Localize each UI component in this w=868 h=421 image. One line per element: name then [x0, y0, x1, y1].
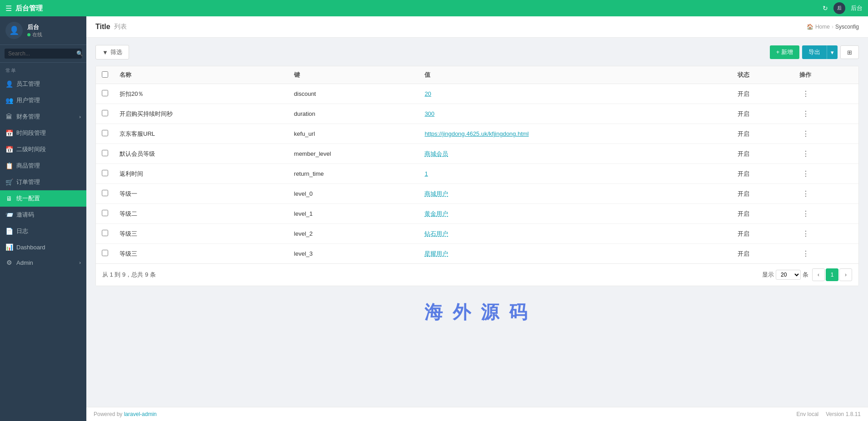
- page-1-button[interactable]: 1: [826, 268, 838, 281]
- cell-key: level_1: [289, 204, 419, 224]
- footer-right: Env local Version 1.8.11: [797, 411, 861, 417]
- table-row: 京东客服URLkefu_urlhttps://jingdong.4625.uk/…: [96, 124, 858, 144]
- prev-page-button[interactable]: ‹: [812, 268, 825, 281]
- sidebar-item-invites[interactable]: 📨 邀请码: [0, 207, 86, 223]
- row-actions-button[interactable]: ⋮: [799, 129, 812, 139]
- row-actions-button[interactable]: ⋮: [799, 149, 812, 159]
- table-view-button[interactable]: ⊞: [840, 45, 859, 59]
- row-actions-button[interactable]: ⋮: [799, 168, 812, 179]
- cell-actions: ⋮: [794, 184, 858, 204]
- main-layout: 👤 后台 在线 🔍 常单 👤 员工管理 👥 用户管理: [0, 16, 868, 421]
- row-checkbox[interactable]: [102, 130, 108, 136]
- value-link[interactable]: 商城会员: [424, 150, 448, 157]
- row-actions-button[interactable]: ⋮: [799, 188, 812, 199]
- row-actions-button[interactable]: ⋮: [799, 228, 812, 239]
- cell-status: 开启: [732, 204, 794, 224]
- cell-status: 开启: [732, 124, 794, 144]
- sidebar-item-logs[interactable]: 📄 日志: [0, 223, 86, 239]
- row-checkbox[interactable]: [102, 210, 108, 216]
- toolbar-right: + 新增 导出 ▾ ⊞: [770, 45, 859, 59]
- sidebar-item-label: 统一配置: [16, 194, 40, 203]
- cell-actions: ⋮: [794, 224, 858, 244]
- cell-value[interactable]: 黄金用户: [419, 204, 732, 224]
- sidebar-avatar: 👤: [5, 22, 23, 39]
- version-info: Version 1.8.11: [826, 411, 861, 417]
- cell-status: 开启: [732, 184, 794, 204]
- cell-value[interactable]: 20: [419, 84, 732, 104]
- hamburger-icon[interactable]: ☰: [5, 4, 12, 13]
- chevron-right-icon: ›: [79, 260, 81, 265]
- row-checkbox[interactable]: [102, 170, 108, 176]
- sidebar-item-admin[interactable]: ⚙ Admin ›: [0, 255, 86, 270]
- search-icon[interactable]: 🔍: [76, 50, 83, 57]
- sidebar-item-goods[interactable]: 📋 商品管理: [0, 158, 86, 174]
- row-actions-button[interactable]: ⋮: [799, 109, 812, 119]
- sidebar-item-label: 订单管理: [16, 178, 40, 186]
- cell-value[interactable]: https://jingdong.4625.uk/kfjingdong.html: [419, 124, 732, 144]
- sidebar-item-users[interactable]: 👥 用户管理: [0, 92, 86, 109]
- chevron-right-icon: ›: [79, 114, 81, 119]
- value-link[interactable]: 20: [424, 90, 431, 97]
- cell-value[interactable]: 星耀用户: [419, 244, 732, 264]
- sidebar-item-dashboard[interactable]: 📊 Dashboard: [0, 239, 86, 255]
- table-row: 等级三level_2钻石用户开启⋮: [96, 224, 858, 244]
- cell-value[interactable]: 商城会员: [419, 144, 732, 164]
- page-buttons: ‹ 1 ›: [812, 268, 852, 281]
- row-checkbox[interactable]: [102, 150, 108, 156]
- export-dropdown-button[interactable]: ▾: [827, 45, 838, 59]
- search-input[interactable]: [8, 50, 76, 57]
- value-link[interactable]: 1: [424, 170, 428, 177]
- row-actions-button[interactable]: ⋮: [799, 89, 812, 99]
- row-checkbox[interactable]: [102, 190, 108, 196]
- row-checkbox[interactable]: [102, 250, 108, 256]
- cell-status: 开启: [732, 84, 794, 104]
- value-link[interactable]: 300: [424, 110, 434, 117]
- row-checkbox[interactable]: [102, 230, 108, 236]
- sidebar-item-timeslot[interactable]: 📅 时间段管理: [0, 125, 86, 141]
- footer-left: Powered by laravel-admin: [94, 411, 157, 417]
- add-button[interactable]: + 新增: [770, 45, 799, 59]
- export-button-group: 导出 ▾: [802, 45, 838, 59]
- row-actions-button[interactable]: ⋮: [799, 248, 812, 259]
- cell-key: level_2: [289, 224, 419, 244]
- sidebar-section-label: 常单: [0, 63, 86, 76]
- refresh-icon[interactable]: ↻: [823, 5, 828, 12]
- sidebar-item-orders[interactable]: 🛒 订单管理: [0, 174, 86, 190]
- row-actions-button[interactable]: ⋮: [799, 208, 812, 219]
- value-link[interactable]: 商城用户: [424, 190, 448, 197]
- breadcrumb-home-link[interactable]: Home: [815, 24, 830, 30]
- page-size-select[interactable]: 20 50 100: [776, 270, 801, 280]
- sidebar-item-staff[interactable]: 👤 员工管理: [0, 76, 86, 92]
- value-link[interactable]: 星耀用户: [424, 250, 448, 257]
- sidebar-status-text: 在线: [32, 31, 42, 38]
- filter-button[interactable]: ▼ 筛选: [95, 45, 129, 59]
- sidebar-item-finance[interactable]: 🏛 财务管理 ›: [0, 109, 86, 125]
- content-area: ▼ 筛选 + 新增 导出 ▾ ⊞: [86, 38, 868, 407]
- staff-icon: 👤: [5, 80, 13, 88]
- next-page-button[interactable]: ›: [839, 268, 852, 281]
- value-link[interactable]: 钻石用户: [424, 230, 448, 237]
- avatar[interactable]: 后: [833, 2, 845, 14]
- cell-value[interactable]: 300: [419, 104, 732, 124]
- value-link[interactable]: https://jingdong.4625.uk/kfjingdong.html: [424, 130, 529, 137]
- row-checkbox[interactable]: [102, 110, 108, 116]
- export-button[interactable]: 导出: [802, 45, 827, 59]
- table-row: 返利时间return_time1开启⋮: [96, 164, 858, 184]
- admin-icon: ⚙: [5, 259, 13, 266]
- sidebar-item-timeslot2[interactable]: 📅 二级时间段: [0, 141, 86, 158]
- cell-name: 京东客服URL: [114, 124, 289, 144]
- laravel-admin-link[interactable]: laravel-admin: [124, 411, 157, 417]
- cell-actions: ⋮: [794, 244, 858, 264]
- value-link[interactable]: 黄金用户: [424, 210, 448, 217]
- row-checkbox[interactable]: [102, 90, 108, 96]
- search-input-wrap: 🔍: [5, 49, 82, 59]
- timeslot-icon: 📅: [5, 129, 13, 137]
- goods-icon: 📋: [5, 162, 13, 169]
- logs-icon: 📄: [5, 228, 13, 235]
- select-all-checkbox[interactable]: [102, 71, 108, 78]
- cell-value[interactable]: 1: [419, 164, 732, 184]
- cell-value[interactable]: 钻石用户: [419, 224, 732, 244]
- cell-value[interactable]: 商城用户: [419, 184, 732, 204]
- users-icon: 👥: [5, 97, 13, 104]
- sidebar-item-sysconfig[interactable]: 🖥 统一配置: [0, 190, 86, 207]
